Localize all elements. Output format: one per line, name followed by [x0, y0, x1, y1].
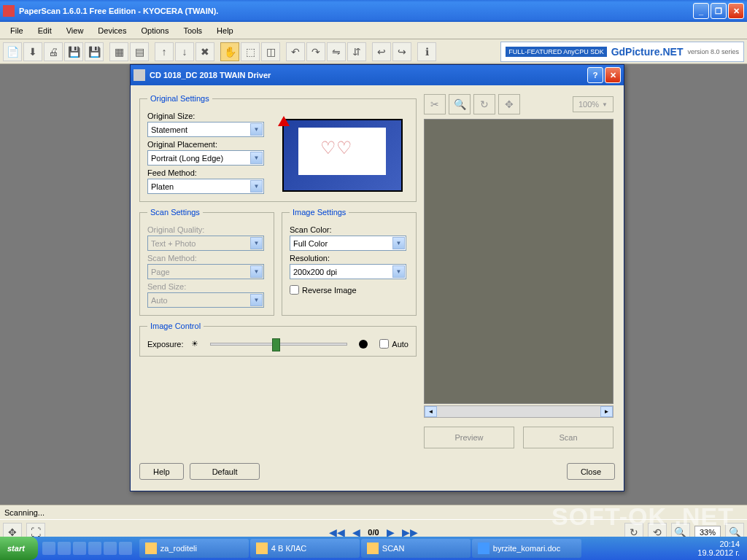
app-icon[interactable]	[119, 542, 132, 555]
system-tray[interactable]: 20:14 19.9.2012 г.	[690, 540, 747, 557]
tray-date: 19.9.2012 г.	[697, 548, 740, 557]
new-icon[interactable]: 📄	[3, 42, 22, 61]
ie-icon[interactable]	[42, 542, 55, 555]
ad-title: GdPicture.NET	[611, 46, 684, 58]
exposure-slider[interactable]	[210, 343, 348, 346]
rotate-left-icon[interactable]: ↶	[286, 42, 305, 61]
dialog-help-button[interactable]: ?	[587, 67, 603, 83]
rotate-right-icon[interactable]: ↷	[306, 42, 325, 61]
ps-icon[interactable]	[104, 542, 117, 555]
scan-settings-group: Scan Settings Original Quality: Text + P…	[139, 208, 274, 316]
ad-tag: FULL-FEATURED AnyCPU SDK	[506, 47, 606, 57]
undo-icon[interactable]: ↩	[372, 42, 391, 61]
chevron-down-icon: ▼	[392, 237, 405, 249]
up-icon[interactable]: ↑	[155, 42, 174, 61]
down-icon[interactable]: ↓	[175, 42, 194, 61]
preview-button[interactable]: Preview	[424, 427, 514, 448]
ad-banner[interactable]: FULL-FEATURED AnyCPU SDK GdPicture.NET v…	[500, 42, 744, 62]
reverse-image-label: Reverse Image	[302, 286, 357, 295]
feed-method-select[interactable]: Platen▼	[147, 179, 264, 194]
menu-view[interactable]: View	[59, 23, 91, 38]
menu-tools[interactable]: Tools	[176, 23, 209, 38]
tray-time: 20:14	[697, 540, 740, 548]
acquire-icon[interactable]: ⬇	[23, 42, 42, 61]
explorer-icon[interactable]	[58, 542, 71, 555]
reverse-image-checkbox[interactable]	[290, 285, 299, 295]
menu-help[interactable]: Help	[209, 23, 241, 38]
print-icon[interactable]: 🖨	[44, 42, 63, 61]
resolution-select[interactable]: 200x200 dpi▼	[290, 264, 406, 279]
menu-devices[interactable]: Devices	[90, 23, 133, 38]
dialog-title: CD 1018_DC 2018 TWAIN Driver	[150, 71, 587, 79]
minimize-button[interactable]: _	[693, 3, 709, 19]
image-settings-legend: Image Settings	[290, 208, 349, 217]
scroll-left-icon[interactable]: ◄	[425, 406, 437, 417]
select-icon[interactable]: ⬚	[241, 42, 260, 61]
workspace: CD 1018_DC 2018 TWAIN Driver ? ✕ Origina…	[0, 64, 747, 505]
dialog-icon	[133, 69, 145, 81]
menu-edit[interactable]: Edit	[31, 23, 59, 38]
image-settings-group: Image Settings Scan Color: Full Color▼ R…	[282, 208, 417, 316]
help-button[interactable]: Help	[139, 463, 184, 480]
save-icon[interactable]: 💾	[64, 42, 83, 61]
app-title: PaperScan 1.6.0.1 Free Edition - KYOCERA…	[19, 7, 693, 15]
placement-preview-image	[282, 119, 403, 192]
taskbar: start za_roditeli 4 В КЛАС SCAN byrzite_…	[0, 537, 747, 560]
scroll-right-icon[interactable]: ►	[600, 406, 613, 417]
crop-icon[interactable]: ◫	[261, 42, 280, 61]
original-placement-select[interactable]: Portrait (Long Edge)▼	[147, 150, 264, 166]
menu-options[interactable]: Options	[133, 23, 176, 38]
zoom-select[interactable]: 100% ▼	[573, 96, 614, 112]
close-button[interactable]: ✕	[728, 3, 744, 19]
folder-icon	[367, 542, 379, 554]
original-quality-select: Text + Photo▼	[147, 236, 264, 251]
default-button[interactable]: Default	[190, 463, 260, 480]
dark-icon	[359, 340, 368, 349]
task-item[interactable]: 4 В КЛАС	[250, 539, 360, 558]
flip-v-icon[interactable]: ⇵	[347, 42, 366, 61]
zoom-tool-icon[interactable]: 🔍	[449, 94, 471, 114]
redo-icon[interactable]: ↪	[392, 42, 411, 61]
close-dialog-button[interactable]: Close	[567, 463, 615, 480]
start-button[interactable]: start	[0, 537, 38, 560]
exposure-auto-label: Auto	[392, 340, 409, 349]
image-control-group: Image Control Exposure: ☀ Auto	[139, 322, 417, 357]
quick-launch	[38, 542, 136, 555]
chevron-down-icon: ▼	[250, 265, 263, 278]
status-text: Scanning...	[4, 508, 44, 517]
original-settings-legend: Original Settings	[147, 94, 212, 103]
chevron-down-icon: ▼	[250, 294, 263, 306]
sun-icon: ☀	[191, 339, 198, 349]
scan-color-select[interactable]: Full Color▼	[290, 236, 406, 251]
fit-tool-icon[interactable]: ✥	[498, 94, 520, 114]
task-item[interactable]: za_roditeli	[139, 539, 249, 558]
menu-file[interactable]: File	[3, 23, 31, 38]
scan-button[interactable]: Scan	[523, 427, 614, 448]
ad-version: version 8.0 series	[687, 48, 739, 55]
exposure-auto-checkbox[interactable]	[379, 339, 389, 349]
chevron-down-icon: ▼	[250, 123, 263, 136]
task-item[interactable]: SCAN	[361, 539, 471, 558]
grid-icon[interactable]: ▦	[109, 42, 128, 61]
maximize-button[interactable]: ❐	[711, 3, 727, 19]
delete-icon[interactable]: ✖	[196, 42, 214, 61]
info-icon[interactable]: ℹ	[417, 42, 436, 61]
resolution-label: Resolution:	[290, 254, 409, 262]
dialog-close-button[interactable]: ✕	[605, 67, 621, 83]
list-icon[interactable]: ▤	[130, 42, 149, 61]
rotate-tool-icon[interactable]: ↻	[473, 94, 495, 114]
task-item[interactable]: byrzite_komari.doc	[472, 539, 581, 558]
exposure-label: Exposure:	[147, 340, 184, 349]
save-pdf-icon[interactable]: 💾	[85, 42, 104, 61]
flip-h-icon[interactable]: ⇋	[327, 42, 346, 61]
ff-icon[interactable]	[88, 542, 101, 555]
app-titlebar: PaperScan 1.6.0.1 Free Edition - KYOCERA…	[0, 0, 747, 22]
original-size-select[interactable]: Statement▼	[147, 122, 264, 137]
original-quality-label: Original Quality:	[147, 225, 266, 234]
chevron-down-icon: ▼	[392, 265, 405, 278]
preview-scrollbar[interactable]: ◄ ►	[424, 405, 614, 418]
media-icon[interactable]	[73, 542, 86, 555]
hand-icon[interactable]: ✋	[220, 42, 239, 61]
crop-tool-icon[interactable]: ✂	[424, 94, 446, 114]
main-toolbar: 📄 ⬇ 🖨 💾 💾 ▦ ▤ ↑ ↓ ✖ ✋ ⬚ ◫ ↶ ↷ ⇋ ⇵ ↩ ↪ ℹ …	[0, 39, 747, 64]
